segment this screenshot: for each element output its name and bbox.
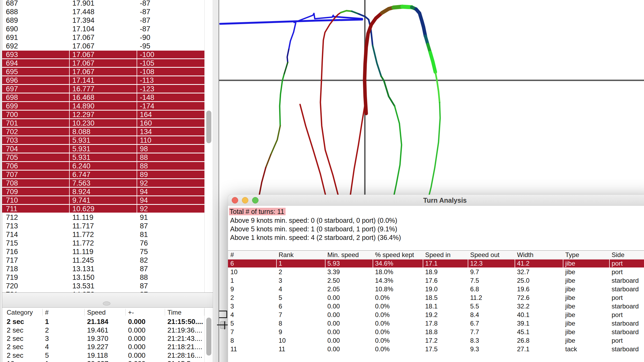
scrollbar-thumb[interactable] xyxy=(206,111,211,143)
table-row[interactable]: 2 sec519.1180.00021:28:16.... xyxy=(0,351,204,359)
column-header[interactable]: Time xyxy=(167,309,181,316)
table-row[interactable]: 250.000.0%18.511.272.6jibeport xyxy=(228,293,644,302)
table-row[interactable]: 8100.000.0%17.28.326.8jibeport xyxy=(228,336,644,345)
table-cell: 5 xyxy=(279,293,282,302)
table-row[interactable]: 72114.05287 xyxy=(0,290,204,292)
table-row[interactable]: 580.000.0%17.86.739.1jibestarboard xyxy=(228,319,644,328)
table-row[interactable]: 68717.901-87 xyxy=(0,0,204,7)
table-row[interactable]: 7098.92494 xyxy=(0,187,204,196)
table-row[interactable]: 71110.62992 xyxy=(0,205,204,213)
column-header[interactable]: % speed kept xyxy=(375,251,414,258)
table-cell: jibe xyxy=(565,328,575,336)
window-titlebar[interactable]: Turn Analysis xyxy=(228,195,644,206)
column-header[interactable]: Speed xyxy=(87,309,106,316)
column-header[interactable]: Type xyxy=(565,251,579,258)
table-row[interactable]: 72013.53187 xyxy=(0,282,204,290)
table-cell: 9.3 xyxy=(470,345,479,353)
split-handle-icon[interactable] xyxy=(219,317,227,318)
turn-analysis-window[interactable]: Turn Analysis Total # of turns: 11 Above… xyxy=(228,195,644,362)
table-row[interactable]: 69816.468-148 xyxy=(0,93,204,102)
trackpoint-table[interactable]: 68717.901-8768817.448-8768917.394-876901… xyxy=(0,0,213,292)
column-header[interactable]: Rank xyxy=(279,251,294,258)
category-table-scrollbar[interactable] xyxy=(204,308,213,362)
table-cell: -87 xyxy=(140,25,150,33)
table-row[interactable]: 69217.067-95 xyxy=(0,42,204,50)
table-cell: 5 xyxy=(45,351,49,359)
table-row[interactable]: 69617.141-113 xyxy=(0,76,204,85)
table-row[interactable]: 69317.067-100 xyxy=(0,50,204,59)
pane-grip-icon[interactable] xyxy=(217,325,228,325)
table-row[interactable]: 790.000.0%18.87.745.1jibestarboard xyxy=(228,328,644,336)
column-header[interactable]: # xyxy=(230,251,234,258)
table-row[interactable]: 69716.777-123 xyxy=(0,85,204,93)
horizontal-splitter[interactable] xyxy=(0,292,213,308)
table-cell: 76 xyxy=(140,239,148,247)
table-row[interactable]: 615.9334.6%17.112.341.2jibeport xyxy=(228,259,644,268)
table-row[interactable]: 71211.11991 xyxy=(0,213,204,222)
column-header[interactable]: +- xyxy=(128,309,134,316)
table-row[interactable]: 71813.13187 xyxy=(0,265,204,273)
scrollbar-thumb[interactable] xyxy=(206,318,211,356)
table-row[interactable]: 7076.74789 xyxy=(0,170,204,179)
table-row[interactable]: 69417.067-105 xyxy=(0,59,204,67)
table-row[interactable]: 71711.24582 xyxy=(0,256,204,265)
column-header[interactable]: Category xyxy=(7,309,33,316)
table-row[interactable]: 71411.77281 xyxy=(0,230,204,239)
table-row[interactable]: 68917.394-87 xyxy=(0,16,204,25)
column-header[interactable]: Speed out xyxy=(470,251,499,258)
table-row[interactable]: 7066.24088 xyxy=(0,162,204,170)
table-cell: starboard xyxy=(612,319,639,328)
table-row[interactable]: 2 sec121.1840.00021:15:50.... xyxy=(0,318,204,326)
table-row[interactable]: 68817.448-87 xyxy=(0,7,204,16)
category-table[interactable]: Category#Speed+-Time2 sec121.1840.00021:… xyxy=(0,308,204,362)
table-cell: 5.5 xyxy=(470,302,479,311)
table-row[interactable]: 7045.93198 xyxy=(0,145,204,153)
table-row[interactable]: 2 sec219.4610.00021:19:36.... xyxy=(0,326,204,334)
split-handle-icon[interactable] xyxy=(219,311,227,311)
table-cell: 16.777 xyxy=(72,85,95,93)
table-row[interactable]: 7055.93188 xyxy=(0,153,204,162)
table-row[interactable]: 1023.3918.0%18.99.732.7jibeport xyxy=(228,268,644,276)
trackpoint-table-scrollbar[interactable] xyxy=(204,0,213,292)
column-header[interactable]: Width xyxy=(517,251,533,258)
table-row[interactable]: 71913.15088 xyxy=(0,273,204,282)
table-row[interactable]: 10 sec120.6370.00021:15:5... xyxy=(0,360,204,362)
table-row[interactable]: 69017.104-87 xyxy=(0,25,204,33)
split-handle-icon[interactable] xyxy=(226,311,227,318)
table-row[interactable]: 942.0510.8%19.06.819.6jibestarboard xyxy=(228,285,644,293)
table-cell: 98 xyxy=(140,145,148,153)
table-cell: 39.1 xyxy=(517,319,530,328)
table-row[interactable]: 7035.931110 xyxy=(0,136,204,145)
table-cell: 3 xyxy=(279,276,282,285)
table-row[interactable]: 11110.000.0%17.59.327.1tackstarboard xyxy=(228,345,644,353)
table-cell: 7 xyxy=(279,311,282,319)
table-row[interactable]: 132.5014.3%17.67.525.0jibestarboard xyxy=(228,276,644,285)
table-row[interactable]: 69914.890-174 xyxy=(0,102,204,110)
splitter-handle-icon[interactable] xyxy=(103,301,110,306)
table-cell: jibe xyxy=(565,336,575,345)
table-cell: 81 xyxy=(140,230,148,239)
table-row[interactable]: 70012.297164 xyxy=(0,110,204,119)
column-header[interactable]: # xyxy=(45,309,48,316)
column-header[interactable]: Side xyxy=(612,251,624,258)
table-row[interactable]: 470.000.0%19.28.440.1jibeport xyxy=(228,311,644,319)
table-row[interactable]: 2 sec419.2270.00021:18:21.... xyxy=(0,343,204,351)
vertical-divider[interactable] xyxy=(213,0,219,362)
table-row[interactable]: 7109.74194 xyxy=(0,196,204,205)
turn-table-border xyxy=(228,250,644,251)
table-cell: 0.00 xyxy=(327,336,340,345)
pane-grip-icon[interactable] xyxy=(224,321,225,329)
table-row[interactable]: 360.000.0%18.15.532.2jibestarboard xyxy=(228,302,644,311)
table-row[interactable]: 71611.11975 xyxy=(0,247,204,256)
column-header[interactable]: Speed in xyxy=(425,251,451,258)
table-row[interactable]: 69117.067-90 xyxy=(0,33,204,42)
table-row[interactable]: 71311.71787 xyxy=(0,222,204,230)
table-row[interactable]: 70110.230160 xyxy=(0,119,204,127)
table-row[interactable]: 69517.067-108 xyxy=(0,67,204,76)
table-cell: 17.448 xyxy=(72,7,95,16)
column-header[interactable]: Min. speed xyxy=(327,251,359,258)
table-row[interactable]: 7087.56392 xyxy=(0,179,204,187)
table-row[interactable]: 7028.088134 xyxy=(0,127,204,136)
table-row[interactable]: 2 sec319.3700.00021:21:43.... xyxy=(0,334,204,342)
table-row[interactable]: 71511.77276 xyxy=(0,239,204,247)
